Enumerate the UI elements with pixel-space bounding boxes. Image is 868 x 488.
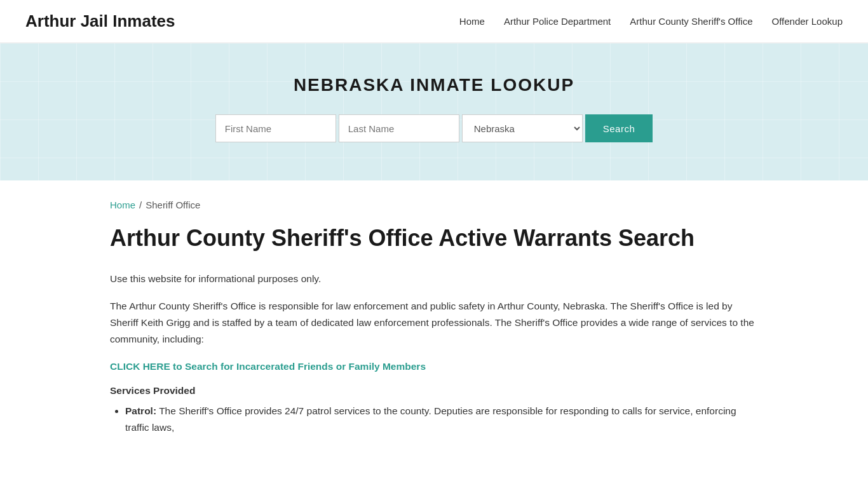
intro-paragraph-2: The Arthur County Sheriff's Office is re…	[110, 298, 758, 348]
cta-paragraph: CLICK HERE to Search for Incarcerated Fr…	[110, 358, 758, 375]
list-item: Patrol: The Sheriff's Office provides 24…	[125, 403, 758, 437]
services-heading: Services Provided	[110, 385, 758, 396]
nav-police-dept[interactable]: Arthur Police Department	[504, 16, 611, 27]
first-name-input[interactable]	[215, 114, 336, 142]
page-title: Arthur County Sheriff's Office Active Wa…	[110, 224, 758, 252]
hero-banner: NEBRASKA INMATE LOOKUP Nebraska Alabama …	[0, 43, 868, 180]
service-name: Patrol:	[125, 405, 156, 416]
last-name-input[interactable]	[339, 114, 459, 142]
header: Arthur Jail Inmates Home Arthur Police D…	[0, 0, 868, 43]
nav-sheriffs-office[interactable]: Arthur County Sheriff's Office	[630, 16, 752, 27]
site-title[interactable]: Arthur Jail Inmates	[25, 11, 175, 31]
search-form: Nebraska Alabama Alaska Arizona Arkansas…	[13, 114, 855, 142]
nav-offender-lookup[interactable]: Offender Lookup	[772, 16, 843, 27]
main-content: Home / Sheriff Office Arthur County Sher…	[85, 180, 783, 477]
breadcrumb-home[interactable]: Home	[110, 200, 135, 210]
cta-link[interactable]: CLICK HERE to Search for Incarcerated Fr…	[110, 361, 426, 372]
nav-home[interactable]: Home	[459, 16, 485, 27]
intro-paragraph-1: Use this website for informational purpo…	[110, 271, 758, 287]
services-list: Patrol: The Sheriff's Office provides 24…	[110, 403, 758, 437]
main-nav: Home Arthur Police Department Arthur Cou…	[459, 16, 843, 27]
state-select[interactable]: Nebraska Alabama Alaska Arizona Arkansas…	[462, 114, 583, 142]
service-description: The Sheriff's Office provides 24/7 patro…	[125, 405, 736, 433]
breadcrumb-separator: /	[139, 200, 142, 210]
hero-title: NEBRASKA INMATE LOOKUP	[13, 75, 855, 95]
search-button[interactable]: Search	[585, 114, 653, 142]
breadcrumb-current: Sheriff Office	[146, 200, 200, 210]
breadcrumb: Home / Sheriff Office	[110, 200, 758, 210]
